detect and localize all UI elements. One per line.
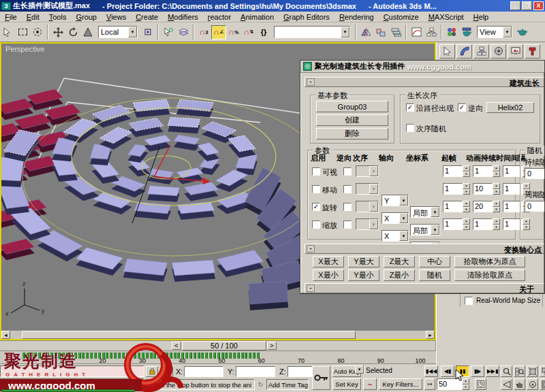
layer-manager-icon[interactable]	[388, 25, 403, 39]
scrollbar-left-arrow[interactable]: ◄	[1, 331, 10, 339]
param-duration-spinner[interactable]: 20▲▼	[473, 201, 500, 212]
param-start-frame-spinner[interactable]: 1▲▼	[443, 165, 470, 177]
param-reverse-checkbox[interactable]	[343, 185, 352, 193]
spinner-up-icon[interactable]: ▲	[493, 201, 500, 207]
mirror-icon[interactable]	[358, 25, 373, 39]
rollout-collapse-icon[interactable]: -	[307, 245, 315, 252]
param-start-frame-spinner[interactable]: 1▲▼	[443, 183, 470, 195]
absolute-offset-toggle[interactable]	[161, 366, 173, 377]
track-bar[interactable]: 102030405060708090100	[0, 351, 436, 364]
select-rotate-icon[interactable]	[65, 25, 80, 39]
rollout-build-growth[interactable]: - 建筑生长	[305, 77, 544, 87]
viewport-label[interactable]: Perspective	[5, 45, 44, 53]
param-order-dropdown[interactable]: ▼	[356, 201, 379, 212]
menu-create[interactable]: Create	[131, 12, 163, 22]
pivot-button-中心[interactable]: 中心	[419, 256, 450, 267]
set-key-button[interactable]: Set Key	[332, 378, 361, 390]
tab-hierarchy-icon[interactable]	[473, 44, 489, 59]
pan-button[interactable]	[514, 378, 525, 390]
spinner-field[interactable]: 1	[443, 201, 463, 212]
tab-motion-icon[interactable]	[490, 44, 506, 59]
edit-named-selections-icon[interactable]: {}	[256, 25, 271, 39]
rect-selection-region-icon[interactable]	[15, 25, 30, 39]
zoom-button[interactable]	[501, 365, 512, 377]
basic-group-button-0[interactable]: Group03	[316, 101, 388, 112]
menu-reactor[interactable]: reactor	[203, 12, 236, 22]
menu-edit[interactable]: Edit	[22, 12, 44, 22]
select-and-link-icon[interactable]	[0, 25, 15, 39]
percent-snap-toggle-icon[interactable]: ∩%	[226, 25, 241, 39]
quick-render-icon[interactable]	[515, 25, 530, 39]
menu-customize[interactable]: Customize	[379, 12, 424, 22]
pivot-button-拾取物体为原点[interactable]: 拾取物体为原点	[454, 256, 525, 267]
plugin-dialog-titlebar[interactable]: ◎ 聚光制造建筑生长专用插件 www.cggood.com	[300, 61, 545, 73]
y-coordinate-field[interactable]	[236, 366, 275, 377]
maxscript-mini-listener-white[interactable]	[0, 378, 144, 390]
menu-modifiers[interactable]: Modifiers	[163, 12, 203, 22]
maximize-button[interactable]: ❐	[522, 1, 532, 10]
time-configuration-button[interactable]	[475, 378, 486, 390]
param-reverse-checkbox[interactable]	[343, 167, 352, 176]
menu-help[interactable]: Help	[469, 12, 494, 22]
maximize-viewport-toggle[interactable]	[540, 378, 545, 390]
spinner-field[interactable]: 1	[443, 165, 463, 177]
render-type-dropdown[interactable]: View ▼	[477, 26, 512, 38]
spinner-down-icon[interactable]: ▼	[493, 225, 500, 231]
param-order-dropdown[interactable]: ▼	[356, 218, 379, 230]
pivot-button-Y最大[interactable]: Y最大	[348, 256, 379, 267]
pivot-button-Y最小[interactable]: Y最小	[348, 270, 379, 281]
select-scale-icon[interactable]	[80, 25, 95, 39]
param-enable-checkbox[interactable]	[312, 220, 320, 229]
spinner-up-icon[interactable]: ▲	[493, 183, 500, 189]
spinner-field[interactable]: 10	[473, 183, 493, 195]
chevron-down-icon[interactable]: ▼	[355, 365, 364, 374]
param-reverse-checkbox[interactable]	[343, 220, 352, 229]
param-order-dropdown[interactable]: ▼	[356, 183, 379, 195]
spinner-up-icon[interactable]: ▲	[493, 218, 500, 225]
param-reverse-checkbox[interactable]	[343, 203, 352, 211]
rollout-collapse-icon[interactable]: -	[307, 78, 315, 86]
communicate-icon[interactable]: ↻	[256, 379, 265, 390]
reference-coord-dropdown[interactable]: Local ▼	[98, 26, 138, 38]
spinner-down-icon[interactable]: ▼	[493, 172, 500, 178]
named-selection-dropdown[interactable]: ▼	[274, 26, 350, 38]
basic-group-button-1[interactable]: 创建	[316, 114, 388, 126]
spinner-down-icon[interactable]: ▼	[463, 172, 470, 178]
maxscript-mini-listener-pink[interactable]	[0, 365, 144, 377]
cycle-random-field[interactable]: 0	[525, 201, 545, 212]
param-enable-checkbox[interactable]	[312, 185, 320, 193]
spinner-up-icon[interactable]: ▲	[463, 183, 470, 189]
pivot-button-Z最小[interactable]: Z最小	[384, 270, 415, 281]
spinner-up-icon[interactable]: ▲	[463, 165, 470, 172]
time-slider[interactable]: < 50 / 100 >	[0, 340, 436, 351]
spinner-down-icon[interactable]: ▼	[493, 207, 500, 213]
rollout-transform-pivot[interactable]: - 变换轴心点	[305, 244, 544, 254]
spinner-up-icon[interactable]: ▲	[463, 218, 470, 225]
menu-graph-editors[interactable]: Graph Editors	[279, 12, 334, 22]
spinner-snap-toggle-icon[interactable]: ∩⇅	[241, 25, 256, 39]
menu-file[interactable]: File	[0, 12, 22, 22]
spinner-up-icon[interactable]: ▲	[493, 165, 500, 172]
menu-views[interactable]: Views	[102, 12, 131, 22]
tab-utilities-icon[interactable]	[525, 44, 540, 59]
zoom-all-button[interactable]	[514, 365, 525, 377]
param-enable-checkbox[interactable]: ✓	[312, 203, 320, 211]
param-start-frame-spinner[interactable]: 1▲▼	[443, 201, 470, 212]
scrollbar-thumb[interactable]	[22, 331, 356, 339]
param-enable-checkbox[interactable]	[312, 167, 320, 176]
time-slider-handle[interactable]: 50 / 100	[182, 341, 266, 350]
param-axis-dropdown[interactable]: X▼	[382, 230, 409, 242]
key-mode-dropdown[interactable]: Selected ▼	[363, 365, 364, 374]
spinner-field[interactable]: 1	[443, 183, 463, 195]
real-world-map-size-checkbox[interactable]	[465, 297, 473, 305]
chevron-down-icon[interactable]: ▼	[369, 184, 378, 194]
arc-rotate-button[interactable]	[527, 378, 538, 390]
chevron-down-icon[interactable]: ▼	[341, 27, 349, 37]
zoom-extents-button[interactable]	[527, 365, 538, 377]
render-setup-icon[interactable]	[459, 25, 474, 39]
chevron-down-icon[interactable]: ▼	[399, 231, 408, 241]
spinner-down-icon[interactable]: ▼	[463, 189, 470, 195]
key-filters-button[interactable]: Key Filters...	[379, 378, 422, 390]
spinner-down-icon[interactable]: ▼	[463, 225, 470, 231]
time-slider-prev-key[interactable]: <	[172, 342, 181, 350]
